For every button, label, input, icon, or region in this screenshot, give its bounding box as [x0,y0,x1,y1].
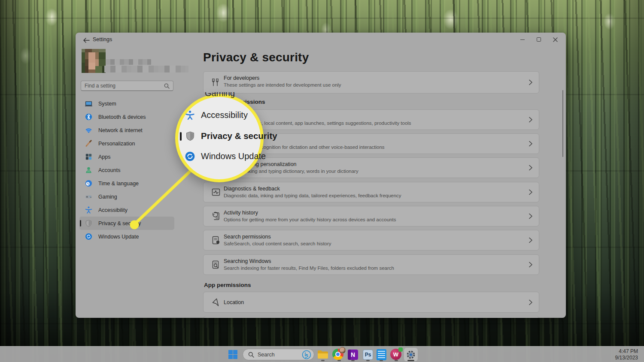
sidebar-item-label: Personalization [98,141,135,147]
search-permissions-icon [211,235,221,245]
chevron-right-icon [529,141,533,147]
search-permissions-row[interactable]: Search permissions SafeSearch, cloud con… [203,230,539,250]
notepad-icon[interactable] [377,349,386,360]
bing-icon [302,350,311,359]
chevron-right-icon [529,165,533,171]
accounts-icon [85,166,93,174]
for-developers-row[interactable]: For developers These settings are intend… [203,71,539,94]
windows-update-icon [85,232,93,241]
bluetooth-icon [85,113,93,121]
sidebar-item-label: Apps [98,154,111,160]
magnified-accessibility: Accessibility [185,110,248,121]
chevron-right-icon [529,189,533,195]
sidebar-item-system[interactable]: System [79,97,174,110]
time-language-icon [85,179,93,187]
magnified-privacy-security: Privacy & security [185,130,277,142]
chevron-right-icon [529,262,533,268]
accessibility-icon [185,110,195,121]
sidebar-item-accessibility[interactable]: Accessibility [79,203,174,217]
close-button[interactable] [547,33,563,45]
window-title: Settings [93,36,112,42]
running-indicator [351,360,355,361]
clock-time: 4:47 PM [615,348,638,355]
system-icon [85,100,93,108]
network-icon [85,126,93,134]
taskbar: Search N Ps [0,346,644,362]
sidebar-item-accounts[interactable]: Accounts [79,163,174,177]
sidebar-item-label: Network & internet [98,127,143,133]
magnified-label: Accessibility [201,110,248,120]
taskbar-clock[interactable]: 4:47 PM 9/13/2023 [615,348,638,361]
chevron-right-icon [529,299,533,305]
diagnostics-feedback-row[interactable]: Diagnostics & feedback Diagnostic data, … [203,182,539,202]
windows-update-icon [184,151,196,162]
sidebar-item-label: System [98,101,116,107]
running-indicator [366,360,370,361]
sidebar-item-windows-update[interactable]: Windows Update [79,230,174,243]
sidebar-item-label: Privacy & security [98,220,141,226]
sidebar-item-gaming[interactable]: Gaming [79,190,174,203]
scrollbar[interactable] [562,90,563,157]
desktop: Settings [0,0,644,362]
row-title: Search permissions [224,234,271,240]
chevron-right-icon [529,117,533,123]
row-subtitle: Search indexing for faster results, Find… [224,265,394,271]
row-title: Searching Windows [224,258,271,264]
sidebar-item-time-language[interactable]: Time & language [79,177,174,190]
running-indicator [395,360,398,361]
search-icon [164,83,170,89]
sidebar-item-bluetooth-devices[interactable]: Bluetooth & devices [79,110,174,124]
find-a-setting-input[interactable]: Find a setting [81,81,173,91]
avatar[interactable] [82,49,106,73]
sidebar-item-label: Accessibility [98,207,128,213]
gaming-icon [85,193,93,201]
diagnostics-icon [211,187,221,197]
sidebar-item-label: Bluetooth & devices [98,114,146,120]
section-header-app-permissions: App permissions [204,282,251,288]
row-title: For developers [224,75,259,81]
privacy-shield-icon [85,219,93,227]
page-title: Privacy & security [203,51,309,64]
sidebar-item-network-internet[interactable]: Network & internet [79,124,174,137]
settings-gear-icon[interactable] [406,350,416,360]
location-row[interactable]: Location [203,292,539,313]
sidebar-item-apps[interactable]: Apps [79,150,174,163]
magnified-label: Windows Update [201,151,266,161]
magnified-windows-update: Windows Update [184,151,266,162]
apps-icon [85,153,93,161]
back-button[interactable] [81,36,92,45]
onenote-icon[interactable]: N [348,350,358,360]
sidebar-item-personalization[interactable]: Personalization [79,137,174,150]
privacy-shield-icon [185,130,196,142]
close-icon [553,37,558,42]
sidebar-item-privacy-security[interactable]: Privacy & security [79,217,174,230]
settings-window: Settings [76,33,566,318]
main-content: Privacy & security For developers These … [203,33,539,318]
running-indicator [321,360,325,361]
photoshop-icon[interactable]: Ps [363,350,373,360]
start-button[interactable] [228,350,238,359]
for-developers-icon [211,77,221,87]
partial-next-row [203,316,539,318]
running-indicator [380,360,383,361]
running-indicator [337,360,341,361]
taskbar-search-box[interactable]: Search [243,349,314,360]
searching-windows-row[interactable]: Searching Windows Search indexing for fa… [203,254,539,275]
activity-history-row[interactable]: Activity history Options for getting mor… [203,206,539,226]
row-subtitle: Options for getting more from your activ… [224,217,396,222]
row-subtitle: Diagnostic data, inking and typing data,… [224,193,401,198]
chevron-right-icon [529,213,533,219]
account-name-blurred [106,59,151,65]
row-subtitle: These settings are intended for developm… [224,82,341,87]
file-explorer-icon[interactable] [317,350,328,359]
w-app-icon[interactable]: W [390,349,402,360]
chrome-icon[interactable] [332,349,344,361]
personalization-icon [85,139,93,148]
account-email-blurred [104,66,188,72]
accessibility-icon [85,206,93,214]
chrome-profile-avatar [339,347,346,353]
chevron-right-icon [529,79,533,85]
notification-badge [398,347,403,352]
active-indicator [407,360,414,361]
activity-history-icon [211,211,221,221]
